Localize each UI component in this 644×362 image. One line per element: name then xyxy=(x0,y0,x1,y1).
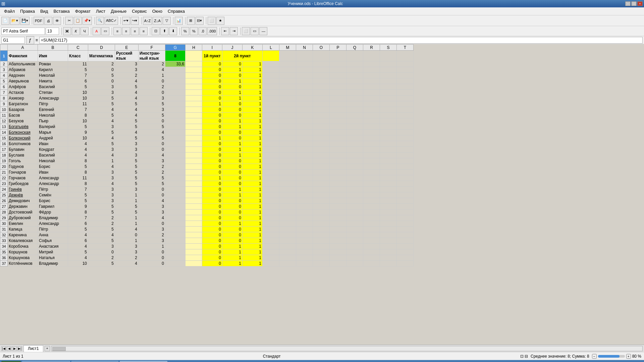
cell-I36[interactable]: 0 xyxy=(202,255,222,261)
cell-I13[interactable]: 0 xyxy=(202,124,222,130)
cell-K29[interactable]: 1 xyxy=(243,215,263,221)
sheet-tab-1[interactable]: Лист1 xyxy=(23,345,43,352)
maximize-button[interactable]: □ xyxy=(631,1,637,6)
cell-P5[interactable] xyxy=(330,78,346,84)
cell-Q1[interactable] xyxy=(363,51,380,61)
cell-R12[interactable] xyxy=(363,118,380,124)
row-num-11[interactable]: 11 xyxy=(0,113,8,118)
cell-D33[interactable]: 5 xyxy=(88,238,115,244)
cell-K21[interactable]: 1 xyxy=(243,170,263,175)
cell-G37[interactable] xyxy=(165,261,185,266)
cell-C5[interactable]: 6 xyxy=(68,78,88,84)
cell-O9[interactable] xyxy=(313,101,330,107)
cell-Q20[interactable] xyxy=(346,164,363,170)
cell-D27[interactable]: 5 xyxy=(88,204,115,209)
cell-M20[interactable] xyxy=(279,164,296,170)
cell-E7[interactable]: 4 xyxy=(115,90,139,96)
find-button[interactable]: 🔍 xyxy=(96,17,104,25)
cell-O33[interactable] xyxy=(313,238,330,244)
valign-bottom-button[interactable]: ⬇ xyxy=(169,27,177,35)
cell-T22[interactable] xyxy=(397,175,414,181)
cell-R26[interactable] xyxy=(363,198,380,204)
cell-R7[interactable] xyxy=(363,90,380,96)
cell-M37[interactable] xyxy=(279,261,296,266)
cell-G16[interactable] xyxy=(165,141,185,147)
cell-O21[interactable] xyxy=(313,170,330,175)
cell-A4[interactable]: Авдонин xyxy=(8,73,38,78)
cell-A17[interactable]: Булавин xyxy=(8,147,38,153)
cell-I9[interactable]: 1 xyxy=(202,101,222,107)
cell-O30[interactable] xyxy=(313,221,330,227)
cell-E21[interactable]: 5 xyxy=(115,170,139,175)
cell-O29[interactable] xyxy=(313,215,330,221)
cell-B18[interactable]: Василий xyxy=(38,153,68,158)
cell-B28[interactable]: Фёдор xyxy=(38,209,68,215)
cell-B8[interactable]: Александр xyxy=(38,96,68,101)
cell-I28[interactable]: 0 xyxy=(202,209,222,215)
menu-edit[interactable]: Правка xyxy=(17,8,38,14)
cell-M9[interactable] xyxy=(279,101,296,107)
cell-C6[interactable]: 5 xyxy=(68,84,88,90)
cell-H30[interactable] xyxy=(185,221,202,227)
cell-H19[interactable] xyxy=(185,158,202,164)
cell-E20[interactable]: 5 xyxy=(115,164,139,170)
cell-O12[interactable] xyxy=(313,118,330,124)
cell-S25[interactable] xyxy=(380,192,397,198)
cell-T18[interactable] xyxy=(397,153,414,158)
cell-J10[interactable]: 0 xyxy=(222,107,243,113)
cell-B11[interactable]: Николай xyxy=(38,113,68,118)
cell-H33[interactable] xyxy=(185,238,202,244)
cell-M5[interactable] xyxy=(279,78,296,84)
cell-O16[interactable] xyxy=(313,141,330,147)
cell-J3[interactable]: 1 xyxy=(222,67,243,73)
cell-J16[interactable]: 1 xyxy=(222,141,243,147)
cell-D36[interactable]: 2 xyxy=(88,255,115,261)
cell-D2[interactable]: 2 xyxy=(88,61,115,67)
cell-A29[interactable]: Дубровский xyxy=(8,215,38,221)
cell-S8[interactable] xyxy=(380,96,397,101)
cell-H36[interactable] xyxy=(185,255,202,261)
cell-K18[interactable]: 1 xyxy=(243,153,263,158)
cell-H29[interactable] xyxy=(185,215,202,221)
function-wizard-button[interactable]: ƒ xyxy=(26,36,34,44)
cell-B4[interactable]: Николай xyxy=(38,73,68,78)
cell-E8[interactable]: 4 xyxy=(115,96,139,101)
cell-A9[interactable]: Багратион xyxy=(8,101,38,107)
cell-D29[interactable]: 2 xyxy=(88,215,115,221)
cell-T33[interactable] xyxy=(397,238,414,244)
cell-C7[interactable]: 10 xyxy=(68,90,88,96)
cell-P16[interactable] xyxy=(330,141,346,147)
cell-J26[interactable]: 0 xyxy=(222,198,243,204)
cell-A26[interactable]: Демидович xyxy=(8,198,38,204)
col-header-E[interactable]: E xyxy=(115,45,139,51)
row-num-1[interactable]: 1 xyxy=(0,51,8,61)
cell-N36[interactable] xyxy=(296,255,313,261)
cell-H27[interactable] xyxy=(185,204,202,209)
cell-L2[interactable] xyxy=(263,61,279,67)
cell-D28[interactable]: 5 xyxy=(88,209,115,215)
cell-D3[interactable]: 0 xyxy=(88,67,115,73)
cell-E25[interactable]: 1 xyxy=(115,192,139,198)
cell-T30[interactable] xyxy=(397,221,414,227)
cell-P15[interactable] xyxy=(330,135,346,141)
cell-L35[interactable] xyxy=(263,249,279,255)
cell-A34[interactable]: Коробочка xyxy=(8,244,38,249)
row-num-17[interactable]: 17 xyxy=(0,147,8,153)
col-header-A[interactable]: A xyxy=(8,45,38,51)
open-button[interactable]: 📂▾ xyxy=(10,17,19,25)
cell-N14[interactable] xyxy=(296,130,313,135)
row-num-27[interactable]: 27 xyxy=(0,204,8,209)
cell-R30[interactable] xyxy=(363,221,380,227)
cell-R29[interactable] xyxy=(363,215,380,221)
row-num-5[interactable]: 5 xyxy=(0,78,8,84)
cell-I35[interactable]: 0 xyxy=(202,249,222,255)
cell-Q19[interactable] xyxy=(346,158,363,164)
cell-C21[interactable]: 8 xyxy=(68,170,88,175)
cell-G19[interactable] xyxy=(165,158,185,164)
cell-M25[interactable] xyxy=(279,192,296,198)
cell-Q6[interactable] xyxy=(346,84,363,90)
cell-M16[interactable] xyxy=(279,141,296,147)
cell-P12[interactable] xyxy=(330,118,346,124)
cell-I37[interactable]: 0 xyxy=(202,261,222,266)
cell-O32[interactable] xyxy=(313,232,330,238)
